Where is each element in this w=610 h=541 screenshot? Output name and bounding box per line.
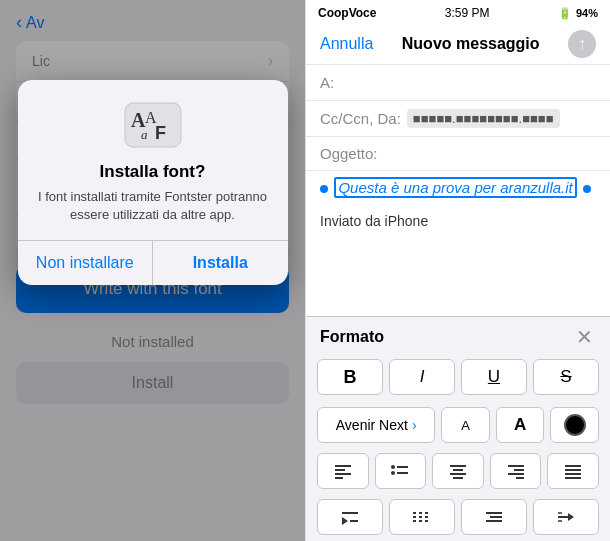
email-nav-title: Nuovo messaggio <box>402 35 540 53</box>
cc-field[interactable]: Cc/Ccn, Da: ■■■■■.■■■■■■■■.■■■■ <box>306 101 610 137</box>
non-installare-button[interactable]: Non installare <box>18 241 154 285</box>
alignment-row <box>306 449 610 495</box>
arrow-right-icon <box>556 509 576 525</box>
svg-marker-26 <box>342 517 348 525</box>
right-panel: CoopVoce 3:59 PM 🔋 94% Annulla Nuovo mes… <box>305 0 610 541</box>
svg-text:a: a <box>141 127 148 142</box>
svg-text:F: F <box>155 123 166 143</box>
carrier-label: CoopVoce <box>318 6 376 20</box>
font-name-label: Avenir Next <box>336 417 408 433</box>
highlighted-area: Questa è una prova per aranzulla.it <box>320 179 596 197</box>
status-bar: CoopVoce 3:59 PM 🔋 94% <box>306 0 610 24</box>
justify-icon <box>563 463 583 479</box>
align-center-button[interactable] <box>432 453 484 489</box>
underline-button[interactable]: U <box>461 359 527 395</box>
to-field[interactable]: A: <box>306 65 610 101</box>
modal-overlay: A A a F Installa font? I font installati… <box>0 0 305 541</box>
battery-area: 🔋 94% <box>558 7 598 20</box>
email-body[interactable]: Questa è una prova per aranzulla.it Invi… <box>306 171 610 316</box>
align-left-icon <box>333 463 353 479</box>
font-size-large-label: A <box>514 415 526 435</box>
column-layout-button[interactable] <box>389 499 455 535</box>
align-left-button[interactable] <box>317 453 369 489</box>
send-icon: ↑ <box>578 35 586 53</box>
ordered-list-button[interactable] <box>533 499 599 535</box>
align-right-button[interactable] <box>490 453 542 489</box>
svg-point-11 <box>391 471 395 475</box>
bold-button[interactable]: B <box>317 359 383 395</box>
battery-icon: 🔋 <box>558 7 572 20</box>
bius-row: B I U S <box>306 353 610 401</box>
font-size-large-button[interactable]: A <box>496 407 545 443</box>
svg-point-9 <box>391 465 395 469</box>
text-align-right-alt-button[interactable] <box>461 499 527 535</box>
send-button[interactable]: ↑ <box>568 30 596 58</box>
text-indent-icon <box>484 509 504 525</box>
body-highlighted-text: Questa è una prova per aranzulla.it <box>334 177 576 198</box>
left-panel: ‹ Av Lic › Nu 25 Units/em 1000 Font form… <box>0 0 305 541</box>
formato-title: Formato <box>320 328 384 346</box>
oggetto-label: Oggetto: <box>320 145 378 162</box>
formato-toolbar: Formato ✕ B I U S Avenir Next › A A <box>306 316 610 541</box>
cc-value: ■■■■■.■■■■■■■■.■■■■ <box>407 109 560 128</box>
email-nav: Annulla Nuovo messaggio ↑ <box>306 24 610 65</box>
inviato-da-iphone: Inviato da iPhone <box>320 205 596 237</box>
indent-row <box>306 495 610 541</box>
font-icon-container: A A a F <box>123 100 183 150</box>
unordered-list-button[interactable] <box>375 453 427 489</box>
color-circle <box>564 414 586 436</box>
font-name-button[interactable]: Avenir Next › <box>317 407 435 443</box>
font-icon: A A a F <box>123 101 183 149</box>
font-row: Avenir Next › A A <box>306 401 610 449</box>
indent-left-button[interactable] <box>317 499 383 535</box>
indent-left-icon <box>340 509 360 525</box>
font-size-small-label: A <box>461 418 470 433</box>
unordered-list-icon <box>390 463 410 479</box>
text-color-button[interactable] <box>550 407 599 443</box>
selection-handle-right <box>583 185 591 193</box>
justify-button[interactable] <box>547 453 599 489</box>
font-chevron-icon: › <box>412 417 417 433</box>
installa-button[interactable]: Installa <box>153 241 288 285</box>
modal-title: Installa font? <box>38 162 268 182</box>
install-font-modal: A A a F Installa font? I font installati… <box>18 80 288 285</box>
strikethrough-button[interactable]: S <box>533 359 599 395</box>
annulla-button[interactable]: Annulla <box>320 35 373 53</box>
align-right-icon <box>506 463 526 479</box>
column-layout-icon <box>411 509 433 525</box>
selection-handle-left <box>320 185 328 193</box>
battery-label: 94% <box>576 7 598 19</box>
svg-marker-41 <box>568 513 574 521</box>
oggetto-field[interactable]: Oggetto: <box>306 137 610 171</box>
time-label: 3:59 PM <box>445 6 490 20</box>
to-label: A: <box>320 74 334 91</box>
italic-button[interactable]: I <box>389 359 455 395</box>
font-size-small-button[interactable]: A <box>441 407 490 443</box>
align-center-icon <box>448 463 468 479</box>
modal-desc: I font installati tramite Fontster potra… <box>38 188 268 224</box>
modal-buttons: Non installare Installa <box>18 241 288 285</box>
modal-content: A A a F Installa font? I font installati… <box>18 80 288 224</box>
formato-close-button[interactable]: ✕ <box>572 325 596 349</box>
formato-header: Formato ✕ <box>306 317 610 353</box>
cc-label: Cc/Ccn, Da: <box>320 110 401 127</box>
